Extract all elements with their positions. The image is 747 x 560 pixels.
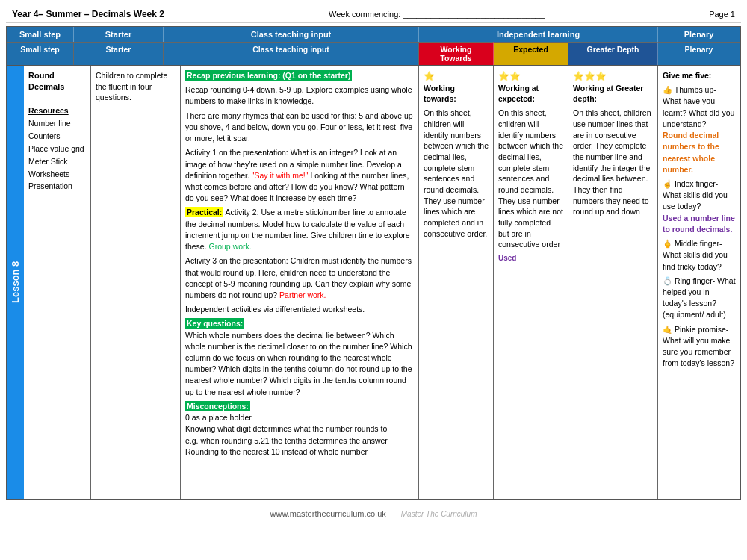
activity3-text: Activity 3 on the presentation: Children… <box>185 255 414 301</box>
plenary-ring: 💍 Ring finger- What helped you in today'… <box>663 276 736 321</box>
recap-highlight: Recap previous learning: (Q1 on the star… <box>185 70 352 81</box>
sub-greater-depth: Greater Depth <box>568 42 658 65</box>
col-headers-sub: Small step Starter Class teaching input … <box>6 42 741 65</box>
activity1-text: Activity 1 on the presentation: What is … <box>185 147 414 204</box>
class-input-cell: Recap previous learning: (Q1 on the star… <box>181 66 419 499</box>
header-title: Year 4– Summer – Decimals Week 2 <box>12 9 164 19</box>
col-ind-learning-header: Independent learning <box>419 27 658 42</box>
starter-text: Children to complete the fluent in four … <box>96 71 167 102</box>
sub-plenary: Plenary <box>658 42 740 65</box>
col-class-input-header: Class teaching input <box>164 27 419 42</box>
working-towards-text: On this sheet, children will identify nu… <box>424 108 489 239</box>
resources-title: Resources <box>28 105 86 116</box>
resources-section: Resources Number lineCountersPlace value… <box>28 105 86 193</box>
sub-small-step: Small step <box>7 42 74 65</box>
greater-depth-intro: Working at Greater depth: <box>573 84 643 104</box>
col-headers-top: Small step Starter Class teaching input … <box>6 26 741 42</box>
header-week: Week commencing: _______________________… <box>329 10 545 19</box>
col-plenary-header: Plenary <box>658 27 740 42</box>
plenary-cell: Give me five: 👍 Thumbs up- What have you… <box>658 66 740 499</box>
greater-depth-cell: ⭐⭐⭐ Working at Greater depth: On this sh… <box>568 66 658 499</box>
plenary-pinkie: 🤙 Pinkie promise- What will you make sur… <box>663 324 736 370</box>
header-page: Page 1 <box>709 10 735 19</box>
footer-logo: Master The Curriculum <box>401 510 477 518</box>
expected-cell: ⭐⭐ Working at expected: On this sheet, c… <box>494 66 568 499</box>
recap-text: Recap rounding 0-4 down, 5-9 up. Explore… <box>185 84 414 107</box>
working-towards-cell: ⭐ Working towards: On this sheet, childr… <box>419 66 494 499</box>
greater-depth-stars: ⭐⭐⭐ <box>573 70 653 83</box>
starter-cell: Children to complete the fluent in four … <box>91 66 181 499</box>
plenary-title: Give me five: <box>663 71 711 80</box>
practical-highlight: Practical: <box>185 207 223 217</box>
col-small-step-header: Small step <box>7 27 74 42</box>
page-container: Year 4– Summer – Decimals Week 2 Week co… <box>0 0 747 530</box>
misconceptions: Misconceptions:0 as a place holderKnowin… <box>185 401 414 458</box>
key-questions: Key questions:Which whole numbers does t… <box>185 318 414 398</box>
col-starter-header: Starter <box>74 27 164 42</box>
header-row: Year 4– Summer – Decimals Week 2 Week co… <box>6 6 741 23</box>
small-step-cell: Round Decimals Resources Number lineCoun… <box>24 66 91 499</box>
small-step-title: Round Decimals <box>28 70 86 93</box>
greater-depth-text: On this sheet, children use number lines… <box>573 108 653 217</box>
rhymes-text: There are many rhymes that can be used f… <box>185 111 414 145</box>
plenary-index: ☝ Index finger- What skills did you use … <box>663 178 736 235</box>
footer-url: www.masterthecurriculum.co.uk <box>270 509 386 518</box>
sub-expected: Expected <box>494 42 568 65</box>
expected-text: On this sheet, children will identify nu… <box>498 108 563 250</box>
sub-class-input: Class teaching input <box>164 42 419 65</box>
expected-stars: ⭐⭐ <box>498 70 563 83</box>
resources-list: Number lineCountersPlace value gridMeter… <box>28 117 86 193</box>
activity2-text: Practical: Activity 2: Use a metre stick… <box>185 207 414 252</box>
footer: www.masterthecurriculum.co.uk Master The… <box>6 503 741 524</box>
lesson-label: Lesson 8 <box>7 66 24 499</box>
sub-starter: Starter <box>74 42 164 65</box>
working-towards-stars: ⭐ <box>424 70 489 83</box>
working-towards-intro: Working towards: <box>424 84 456 104</box>
plenary-middle: 🖕 Middle finger- What skills did you fin… <box>663 238 736 273</box>
main-content-row: Lesson 8 Round Decimals Resources Number… <box>6 65 741 500</box>
independent-text: Independent activities via differentiate… <box>185 304 414 315</box>
plenary-thumb: 👍 Thumbs up- What have you learnt? What … <box>663 84 736 175</box>
expected-intro: Working at expected: <box>498 84 539 104</box>
sub-working-towards: Working Towards <box>419 42 494 65</box>
expected-used: Used <box>498 253 563 264</box>
